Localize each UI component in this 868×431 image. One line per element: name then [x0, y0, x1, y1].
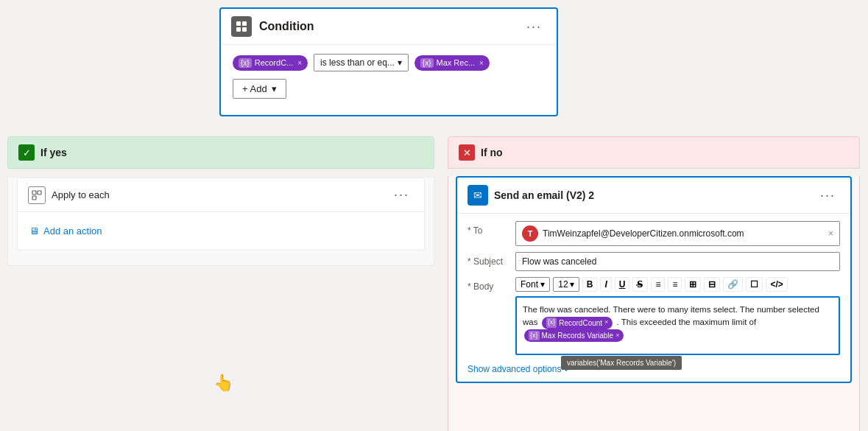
add-row: + Add ▾	[233, 79, 545, 99]
add-action-icon: 🖥	[29, 225, 39, 236]
email-header-left: ✉ Send an email (V2) 2	[467, 185, 594, 206]
condition-header-left: Condition	[231, 16, 314, 37]
apply-each-more-button[interactable]: ···	[389, 186, 414, 204]
outdent-button[interactable]: ⊟	[704, 277, 720, 292]
max-records-chip-close[interactable]: ×	[479, 59, 484, 67]
if-yes-label: If yes	[40, 147, 67, 158]
inline-chip-icon-1: {x}	[546, 318, 557, 328]
operator-label: is less than or eq...	[320, 57, 395, 68]
email-more-button[interactable]: ···	[816, 186, 840, 205]
subject-field-value	[515, 252, 840, 271]
svg-rect-3	[242, 27, 247, 32]
record-count-chip-label: RecordC...	[255, 58, 294, 67]
number-list-button[interactable]: ≡	[668, 277, 682, 292]
to-label: * To	[467, 221, 508, 236]
svg-rect-2	[236, 27, 241, 32]
svg-rect-4	[32, 191, 36, 195]
font-select[interactable]: Font ▾	[515, 277, 550, 292]
svg-rect-1	[242, 21, 247, 26]
condition-icon	[231, 16, 252, 37]
inline-chip-close-2[interactable]: ×	[615, 331, 619, 341]
email-header: ✉ Send an email (V2) 2 ···	[457, 178, 850, 214]
strikethrough-button[interactable]: S̶	[632, 277, 648, 292]
size-chevron: ▾	[570, 279, 574, 290]
bold-button[interactable]: B	[582, 277, 598, 292]
apply-each-svg	[32, 190, 42, 200]
image-button[interactable]: ☐	[746, 277, 763, 292]
condition-svg-icon	[235, 20, 248, 33]
add-button[interactable]: + Add ▾	[233, 79, 286, 99]
email-icon: ✉	[467, 185, 488, 206]
operator-chevron: ▾	[398, 57, 402, 68]
inline-chip-close-1[interactable]: ×	[604, 318, 608, 328]
add-action-button[interactable]: 🖥 Add an action	[18, 220, 114, 242]
to-field-value: T TimWeinzapfel@DeveloperCitizen.onmicro…	[515, 221, 840, 246]
inline-chip-icon-2: {x}	[529, 331, 540, 341]
body-text-middle: . This exceeded the maximum limit of	[617, 318, 757, 326]
body-label: * Body	[467, 277, 508, 292]
record-count-chip[interactable]: {x} RecordC... ×	[233, 55, 308, 71]
body-toolbar: Font ▾ 12 ▾ B I U S̶	[515, 277, 840, 292]
body-field-value: Font ▾ 12 ▾ B I U S̶	[515, 277, 840, 355]
subject-field-row: * Subject	[467, 252, 840, 271]
to-close-button[interactable]: ×	[828, 228, 833, 239]
if-no-content: ✉ Send an email (V2) 2 ··· * To T TimWei…	[448, 176, 860, 431]
indent-button[interactable]: ⊞	[685, 277, 701, 292]
condition-title: Condition	[259, 20, 314, 33]
chip-icon-1: {x}	[239, 58, 252, 68]
record-count-inline-chip[interactable]: {x} RecordCount ×	[542, 317, 613, 329]
body-field-row: * Body Font ▾ 12 ▾	[467, 277, 840, 355]
canvas: Condition ··· {x} RecordC... × is less t…	[0, 0, 868, 431]
apply-each-header: Apply to each ···	[18, 178, 424, 211]
operator-select[interactable]: is less than or eq... ▾	[314, 54, 409, 71]
apply-each-card: Apply to each ··· 🖥 Add an action	[17, 178, 425, 250]
max-records-chip-label: Max Rec...	[437, 58, 476, 67]
inline-chip-label-2: Max Records Variable	[542, 330, 614, 341]
apply-each-left: Apply to each	[28, 186, 110, 204]
if-yes-block: ✓ If yes Apply to each	[7, 136, 434, 266]
if-no-header: ✕ If no	[448, 136, 860, 169]
font-chevron: ▾	[540, 279, 545, 290]
add-chevron: ▾	[272, 83, 277, 94]
max-records-inline-chip[interactable]: {x} Max Records Variable ×	[524, 329, 624, 342]
if-no-block: ✕ If no ✉ Send an email (V2) 2 ··· * To	[448, 136, 860, 431]
svg-rect-5	[38, 191, 41, 195]
to-field-box[interactable]: T TimWeinzapfel@DeveloperCitizen.onmicro…	[515, 221, 840, 246]
to-field-row: * To T TimWeinzapfel@DeveloperCitizen.on…	[467, 221, 840, 246]
send-email-card: ✉ Send an email (V2) 2 ··· * To T TimWei…	[456, 176, 852, 383]
if-no-icon: ✕	[459, 144, 475, 161]
cursor-pointer: 👆	[214, 374, 233, 393]
subject-label: * Subject	[467, 252, 508, 267]
record-count-chip-close[interactable]: ×	[297, 59, 302, 67]
token-tooltip: variables('Max Records Variable')	[561, 356, 682, 370]
subject-input[interactable]	[515, 252, 840, 271]
chip-icon-2: {x}	[420, 58, 434, 68]
underline-button[interactable]: U	[615, 277, 630, 292]
size-label: 12	[558, 279, 568, 290]
bullet-list-button[interactable]: ≡	[651, 277, 665, 292]
body-text-area[interactable]: The flow was canceled. There were to man…	[515, 296, 840, 355]
to-email-text: TimWeinzapfel@DeveloperCitizen.onmicroso…	[543, 228, 824, 239]
code-button[interactable]: </>	[766, 277, 787, 292]
condition-row: {x} RecordC... × is less than or eq... ▾…	[233, 54, 545, 71]
max-records-chip[interactable]: {x} Max Rec... ×	[414, 55, 490, 71]
if-yes-content: Apply to each ··· 🖥 Add an action	[7, 178, 434, 266]
condition-more-button[interactable]: ···	[522, 18, 546, 36]
italic-button[interactable]: I	[600, 277, 611, 292]
if-yes-icon: ✓	[18, 144, 35, 161]
apply-each-icon	[28, 186, 46, 204]
apply-each-inner: 🖥 Add an action	[18, 211, 424, 250]
size-select[interactable]: 12 ▾	[553, 277, 579, 292]
show-advanced-label: Show advanced options	[467, 364, 561, 374]
add-action-label: Add an action	[43, 225, 102, 236]
svg-rect-0	[236, 21, 241, 26]
to-avatar: T	[522, 225, 538, 242]
link-button[interactable]: 🔗	[723, 277, 743, 292]
svg-rect-6	[32, 196, 36, 200]
condition-body: {x} RecordC... × is less than or eq... ▾…	[221, 44, 557, 115]
condition-card: Condition ··· {x} RecordC... × is less t…	[219, 7, 558, 116]
condition-header: Condition ···	[221, 9, 557, 44]
if-no-label: If no	[481, 147, 503, 158]
email-body: * To T TimWeinzapfel@DeveloperCitizen.on…	[457, 214, 850, 382]
inline-chip-label-1: RecordCount	[559, 318, 602, 329]
